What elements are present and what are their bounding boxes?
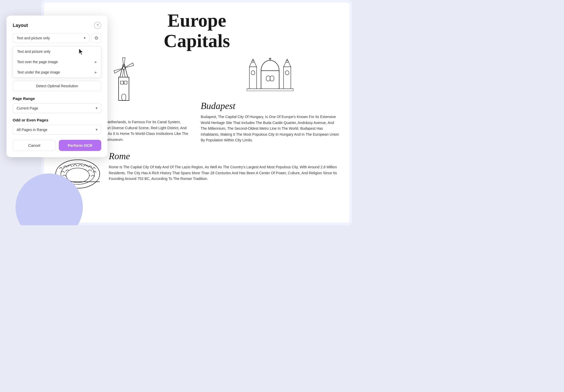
gear-button[interactable]: ⚙ xyxy=(91,33,101,43)
dropdown-item-text-over[interactable]: Text over the page image ▶ xyxy=(13,57,101,67)
dialog-title: Layout xyxy=(13,23,28,28)
svg-rect-32 xyxy=(266,76,270,81)
svg-point-21 xyxy=(122,67,125,69)
help-button[interactable]: ? xyxy=(94,22,101,29)
budapest-text: Budapest, The Capital City Of Hungary, I… xyxy=(201,114,339,143)
svg-marker-27 xyxy=(249,59,257,67)
svg-rect-34 xyxy=(251,71,255,75)
rome-text: Rome Is The Capital City Of Italy And Of… xyxy=(109,164,339,182)
rome-name: Rome xyxy=(109,151,339,162)
help-icon: ? xyxy=(97,23,99,27)
ocr-dialog: Layout ? Text and picture only Text over… xyxy=(6,16,107,157)
svg-rect-35 xyxy=(285,71,289,75)
svg-marker-30 xyxy=(284,59,291,67)
perform-ocr-button[interactable]: Perform OCR xyxy=(59,140,101,151)
budapest-section: Budapest Budapest, The Capital City Of H… xyxy=(201,56,339,143)
svg-rect-29 xyxy=(284,67,291,89)
svg-marker-18 xyxy=(124,63,134,68)
dropdown-item-label: Text and picture only xyxy=(17,49,50,54)
budapest-image xyxy=(244,56,296,98)
layout-row: Text and picture only Text over the page… xyxy=(13,33,101,43)
budapest-name: Budapest xyxy=(201,100,339,111)
svg-rect-37 xyxy=(247,89,293,91)
svg-rect-33 xyxy=(270,76,274,81)
windmill-image xyxy=(108,56,139,103)
gear-icon: ⚙ xyxy=(94,35,98,41)
layout-select[interactable]: Text and picture only Text over the page… xyxy=(13,33,89,43)
dropdown-item-label: Text under the page image xyxy=(17,70,60,74)
layout-dropdown-menu: Text and picture only Text over the page… xyxy=(13,46,101,78)
dropdown-item-arrow: ▶ xyxy=(95,60,97,64)
cancel-button[interactable]: Cancel xyxy=(13,140,56,151)
odd-even-label: Odd or Even Pages xyxy=(13,118,101,122)
page-range-select[interactable]: Current Page All Pages Custom Range xyxy=(13,103,101,113)
svg-point-28 xyxy=(252,61,254,63)
svg-rect-11 xyxy=(120,81,124,84)
dropdown-item-label: Text over the page image xyxy=(17,60,58,64)
detect-resolution-button[interactable]: Detect Optimal Resolution xyxy=(13,81,101,91)
svg-rect-26 xyxy=(249,67,257,89)
odd-even-select[interactable]: All Pages in Range Odd Pages Only Even P… xyxy=(13,125,101,135)
dropdown-item-text-picture[interactable]: Text and picture only xyxy=(13,46,101,57)
svg-rect-10 xyxy=(122,94,126,100)
dropdown-item-text-under[interactable]: Text under the page image ▶ xyxy=(13,67,101,77)
svg-point-31 xyxy=(286,61,288,63)
page-range-label: Page Range xyxy=(13,96,101,101)
svg-rect-12 xyxy=(124,81,127,84)
dropdown-item-arrow-2: ▶ xyxy=(95,71,97,74)
